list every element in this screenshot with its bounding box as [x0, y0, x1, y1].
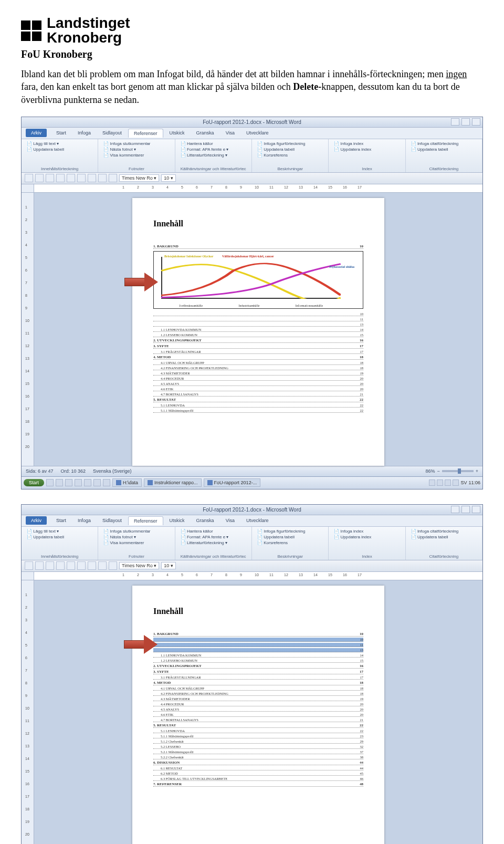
toc-entry[interactable]: 11 [153, 317, 363, 321]
toc-entry[interactable]: 10 [153, 312, 363, 316]
tray-icon[interactable] [429, 480, 435, 486]
ribbon-tab-referenser[interactable]: Referenser [128, 129, 163, 138]
ribbon-tab-visa[interactable]: Visa [220, 516, 240, 525]
ribbon-command[interactable]: Uppdatera tabell [27, 147, 92, 152]
toc-entry[interactable]: 4.4 PROCEDUR20 [153, 702, 363, 706]
ribbon-command[interactable]: Infoga figurförteckning [257, 529, 323, 534]
qat-save-icon[interactable] [25, 174, 33, 182]
font-size-select[interactable]: 10 ▾ [161, 562, 176, 569]
toc-entry[interactable]: 4.3 MÅTMETODER19 [153, 371, 363, 376]
toc-entry[interactable]: 6.2 METOD45 [153, 772, 363, 776]
ribbon-command[interactable]: Infoga figurförteckning [257, 141, 323, 146]
quicklaunch-icon[interactable] [46, 479, 54, 486]
ribbon-command[interactable]: Uppdatera index [334, 535, 400, 539]
toc-entry[interactable]: 2. UTVECKLINGSPROJEKT16 [153, 338, 363, 343]
toc-entry[interactable]: 4.6 ETIK20 [153, 387, 363, 391]
ribbon-tab-sidlayout[interactable]: Sidlayout [97, 516, 127, 525]
ribbon-command[interactable]: Uppdatera tabell [27, 535, 92, 539]
toc-entry[interactable]: 5. RESULTAT22 [153, 398, 363, 402]
ribbon-tab-start[interactable]: Start [51, 129, 71, 137]
qat-icon[interactable] [98, 561, 107, 570]
qat-undo-icon[interactable] [35, 174, 44, 182]
quicklaunch-icon[interactable] [93, 479, 101, 486]
toc-entry[interactable]: 5.2.2 Chefsenkät38 [153, 755, 363, 759]
ribbon-command[interactable]: Hantera källor [181, 529, 246, 534]
toc-entry[interactable]: 1.1 LENHOVDA KOMMUN14 [153, 653, 363, 658]
ribbon-tab-infoga[interactable]: Infoga [72, 129, 96, 137]
tray-icon[interactable] [437, 480, 443, 486]
ribbon-command[interactable]: Nästa fotnot ▾ [103, 535, 169, 539]
ribbon-command[interactable]: Format: APA femte e ▾ [181, 535, 246, 539]
qat-redo-icon[interactable] [46, 561, 54, 570]
toc-entry[interactable]: 6.1 RESULTAT44 [153, 766, 363, 770]
minimize-icon[interactable] [451, 118, 459, 126]
toc-entry[interactable]: 5.1.2 Chefsenkät29 [153, 739, 363, 744]
file-tab[interactable]: Arkiv [26, 129, 47, 137]
toc-entry[interactable]: 4.2 FINANSIERING OCH PROJEKTLEDNING18 [153, 692, 363, 696]
ribbon-command[interactable]: Korsreferens [257, 540, 323, 545]
qat-icon[interactable] [109, 174, 117, 182]
ribbon-command[interactable]: Infoga citatförteckning [411, 141, 477, 146]
toc-entry[interactable]: 13 [153, 648, 363, 652]
toc-entry[interactable]: 5. RESULTAT22 [153, 723, 363, 728]
toc-entry[interactable]: 4. METOD18 [153, 355, 363, 360]
font-name-select[interactable]: Times New Ro ▾ [119, 562, 159, 569]
document-page[interactable]: Innehåll 1. BAKGRUND10 Bristsj [132, 198, 384, 466]
toc-entry[interactable]: 1.1 LENHOVDA KOMMUN14 [153, 328, 363, 332]
toc-entry[interactable]: 6. DISKUSSION44 [153, 760, 363, 765]
ribbon-command[interactable]: Infoga index [334, 141, 400, 146]
ribbon-command[interactable]: Lägg till text ▾ [27, 141, 92, 146]
ribbon-tab-utvecklare[interactable]: Utvecklare [241, 516, 274, 525]
toc-entry[interactable]: 3.1 FRÅGESTÄLLNINGAR17 [153, 675, 363, 680]
qat-icon[interactable] [77, 174, 86, 182]
maximize-icon[interactable] [461, 118, 470, 126]
embedded-chart[interactable]: Bristsjukdomar Infektioner Olyckor Välfä… [153, 251, 363, 309]
ribbon-tab-referenser[interactable]: Referenser [128, 516, 163, 525]
ribbon-command[interactable]: Uppdatera index [334, 147, 400, 152]
ribbon-command[interactable]: Litteraturförteckning ▾ [181, 153, 246, 158]
toc-entry[interactable]: 4.7 BORTFALLSANALYS21 [153, 718, 363, 722]
toc-entry[interactable]: 4.2 FINANSIERING OCH PROJEKTLEDNING18 [153, 366, 363, 370]
taskbar-item[interactable]: FoU-rapport 2012-... [204, 478, 261, 487]
toc-entry[interactable]: 4.7 BORTFALLSANALYS21 [153, 392, 363, 397]
ribbon-command[interactable]: Nästa fotnot ▾ [103, 147, 169, 152]
ribbon-command[interactable]: Litteraturförteckning ▾ [181, 540, 246, 545]
toc-entry[interactable]: 4.3 MÅTMETODER19 [153, 697, 363, 701]
qat-icon[interactable] [67, 561, 75, 570]
toc-entry[interactable]: 11 [153, 643, 363, 647]
ribbon-command[interactable]: Hantera källor [181, 141, 246, 146]
toc-entry[interactable]: 4.1 URVAL OCH MÅLGRUPP18 [153, 361, 363, 365]
toc-entry[interactable]: 6.3 FÖRSLAG TILL UTVECKLINGSARBETE46 [153, 777, 363, 781]
qat-print-icon[interactable] [56, 174, 65, 182]
quicklaunch-icon[interactable] [84, 479, 91, 486]
tray-icon[interactable] [453, 480, 459, 486]
toc-entry[interactable]: 1. BAKGRUND10 [153, 244, 363, 249]
ribbon-command[interactable]: Format: APA femte e ▾ [181, 147, 246, 152]
ribbon-tab-utskick[interactable]: Utskick [164, 129, 190, 137]
taskbar-item[interactable]: H:\data [112, 478, 142, 487]
qat-icon[interactable] [67, 174, 75, 182]
ribbon-command[interactable]: Uppdatera tabell [411, 147, 477, 152]
tray-icon[interactable] [445, 480, 451, 486]
toc-entry[interactable]: 5.1.1 Målsättningsprofil23 [153, 734, 363, 738]
ribbon-tab-utvecklare[interactable]: Utvecklare [241, 129, 274, 137]
ribbon-tab-utskick[interactable]: Utskick [164, 516, 190, 525]
quicklaunch-icon[interactable] [56, 479, 63, 486]
toc-entry[interactable]: 5.1 LENHOVDA22 [153, 729, 363, 733]
ribbon-command[interactable]: Infoga index [334, 529, 400, 534]
toc-entry[interactable]: 1.2 LESSEBO KOMMUN15 [153, 333, 363, 337]
quicklaunch-icon[interactable] [65, 479, 72, 486]
toc-entry[interactable]: 13 [153, 322, 363, 327]
zoom-control[interactable]: 86% −+ [425, 468, 478, 474]
qat-icon[interactable] [109, 561, 117, 570]
qat-redo-icon[interactable] [46, 174, 54, 182]
ribbon-tab-infoga[interactable]: Infoga [72, 516, 96, 525]
toc-entry[interactable]: 4.4 PROCEDUR20 [153, 377, 363, 381]
toc-entry[interactable]: 3. SYFTE17 [153, 344, 363, 349]
quicklaunch-icon[interactable] [75, 479, 82, 486]
toc-entry[interactable]: 4. METOD18 [153, 681, 363, 685]
ribbon-command[interactable]: Uppdatera tabell [257, 535, 323, 539]
ribbon-command[interactable]: Infoga slutkommentar [103, 529, 169, 534]
font-name-select[interactable]: Times New Ro ▾ [119, 174, 159, 182]
qat-print-icon[interactable] [56, 561, 65, 570]
